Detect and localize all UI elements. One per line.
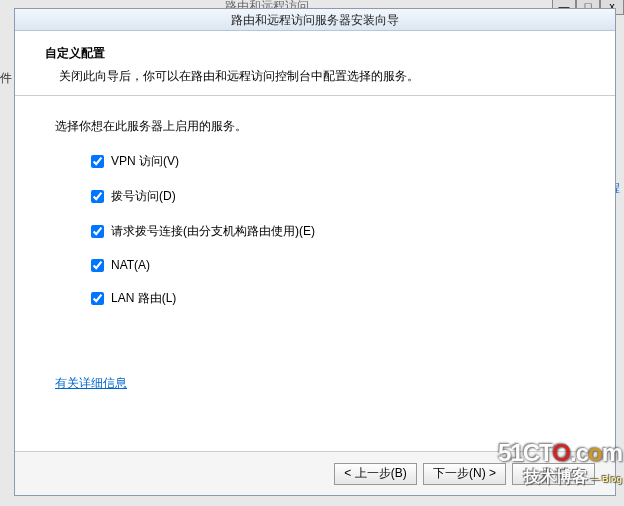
service-prompt: 选择你想在此服务器上启用的服务。 [55, 118, 585, 135]
option-lan-routing-label: LAN 路由(L) [111, 290, 176, 307]
option-demand-dial-checkbox[interactable] [91, 225, 104, 238]
header-title: 自定义配置 [45, 45, 595, 62]
dialog-footer: < 上一步(B) 下一步(N) > 取消 [15, 451, 615, 495]
back-button[interactable]: < 上一步(B) [334, 463, 417, 485]
option-lan-routing[interactable]: LAN 路由(L) [91, 290, 585, 307]
option-dialup-checkbox[interactable] [91, 190, 104, 203]
cancel-button[interactable]: 取消 [512, 463, 595, 485]
option-nat[interactable]: NAT(A) [91, 258, 585, 272]
option-vpn-checkbox[interactable] [91, 155, 104, 168]
option-lan-routing-checkbox[interactable] [91, 292, 104, 305]
option-dialup[interactable]: 拨号访问(D) [91, 188, 585, 205]
dialog-titlebar: 路由和远程访问服务器安装向导 [15, 9, 615, 31]
option-nat-checkbox[interactable] [91, 259, 104, 272]
bg-left-text: 件 [0, 70, 14, 87]
wizard-dialog: 路由和远程访问服务器安装向导 自定义配置 关闭此向导后，你可以在路由和远程访问控… [14, 8, 616, 496]
options-list: VPN 访问(V) 拨号访问(D) 请求拨号连接(由分支机构路由使用)(E) N… [55, 153, 585, 307]
dialog-header: 自定义配置 关闭此向导后，你可以在路由和远程访问控制台中配置选择的服务。 [15, 31, 615, 96]
more-info-link[interactable]: 有关详细信息 [55, 375, 127, 392]
option-nat-label: NAT(A) [111, 258, 150, 272]
option-demand-dial[interactable]: 请求拨号连接(由分支机构路由使用)(E) [91, 223, 585, 240]
option-vpn[interactable]: VPN 访问(V) [91, 153, 585, 170]
next-button[interactable]: 下一步(N) > [423, 463, 506, 485]
option-demand-dial-label: 请求拨号连接(由分支机构路由使用)(E) [111, 223, 315, 240]
dialog-content: 选择你想在此服务器上启用的服务。 VPN 访问(V) 拨号访问(D) 请求拨号连… [15, 96, 615, 451]
option-dialup-label: 拨号访问(D) [111, 188, 176, 205]
option-vpn-label: VPN 访问(V) [111, 153, 179, 170]
header-subtitle: 关闭此向导后，你可以在路由和远程访问控制台中配置选择的服务。 [59, 68, 595, 85]
